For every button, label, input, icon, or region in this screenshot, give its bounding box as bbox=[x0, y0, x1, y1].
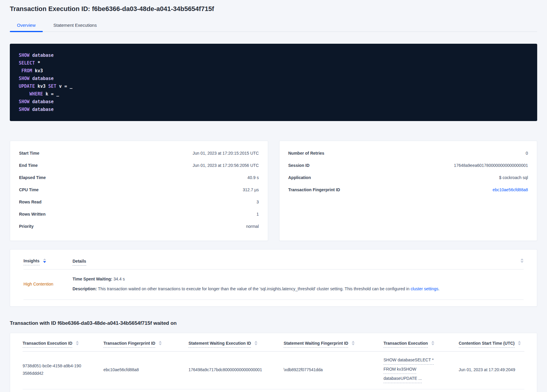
cell-stmt-waiting-fingerprint-id: \xdb8922f077541dda bbox=[284, 366, 383, 374]
description-suffix: . bbox=[438, 286, 440, 291]
sort-arrows-icon[interactable] bbox=[521, 258, 524, 263]
txn-execution-id-value: 9738d051-bc0e-4158-a9b4-1903586ddd42 bbox=[23, 362, 82, 377]
column-header-contention-start-time[interactable]: Contention Start Time (UTC) bbox=[459, 341, 524, 348]
stat-label: Priority bbox=[19, 224, 34, 229]
sort-arrows-icon[interactable] bbox=[431, 341, 434, 345]
sort-desc-icon bbox=[76, 344, 79, 345]
column-header-txn-execution[interactable]: Transaction Execution bbox=[383, 341, 459, 348]
stat-value: 3 bbox=[257, 200, 259, 204]
stat-row-start-time: Start Time Jun 01, 2023 at 17:20:15:2015… bbox=[19, 147, 259, 159]
insights-column-header[interactable]: Insights bbox=[23, 258, 73, 265]
timing-stats-card: Start Time Jun 01, 2023 at 17:20:15:2015… bbox=[10, 141, 268, 241]
stat-row-application: Application $ cockroach sql bbox=[288, 171, 528, 184]
column-header-label[interactable]: Statement Waiting Execution ID bbox=[188, 341, 251, 348]
sort-asc-icon bbox=[518, 341, 521, 343]
column-header-label[interactable]: Transaction Execution bbox=[383, 341, 428, 348]
sort-asc-icon bbox=[431, 341, 434, 343]
waited-on-heading: Transaction with ID f6be6366-da03-48de-a… bbox=[10, 320, 537, 326]
stat-row-rows-written: Rows Written 1 bbox=[19, 208, 259, 220]
sql-code-block: SHOW databaseSELECT * FROM kv3SHOW datab… bbox=[10, 44, 537, 121]
stat-value: normal bbox=[246, 224, 259, 229]
sort-arrows-icon[interactable] bbox=[159, 341, 162, 345]
column-header-label[interactable]: Transaction Execution ID bbox=[23, 341, 72, 348]
stat-label: CPU Time bbox=[19, 187, 39, 192]
stat-label: Elapsed Time bbox=[19, 175, 46, 180]
txn-execution-line[interactable]: databaseUPDATE ... bbox=[383, 375, 422, 383]
stat-value: 0 bbox=[526, 151, 528, 156]
sort-asc-icon bbox=[352, 341, 355, 343]
description-text: This transaction waited on other transac… bbox=[97, 286, 411, 291]
column-header-label[interactable]: Transaction Fingerprint ID bbox=[103, 341, 155, 348]
sort-arrows-icon[interactable] bbox=[254, 341, 257, 345]
column-header-label[interactable]: Statement Waiting Fingerprint ID bbox=[284, 341, 348, 348]
tab-overview[interactable]: Overview bbox=[10, 21, 43, 32]
stat-row-priority: Priority normal bbox=[19, 220, 259, 232]
sort-asc-icon bbox=[521, 258, 524, 260]
waiting-label: Time Spent Waiting: bbox=[73, 277, 112, 281]
stat-label: End Time bbox=[19, 163, 38, 168]
sql-code-line: SHOW database bbox=[19, 98, 528, 106]
sort-desc-icon bbox=[352, 344, 355, 345]
stat-row-session-id: Session ID 17648a9eea6017800000000000000… bbox=[288, 159, 528, 171]
sql-code-line: SHOW database bbox=[19, 75, 528, 82]
stat-label: Start Time bbox=[19, 151, 39, 156]
stats-cards-row: Start Time Jun 01, 2023 at 17:20:15:2015… bbox=[10, 141, 537, 241]
insights-header-label[interactable]: Insights bbox=[23, 258, 40, 265]
sql-code-line: SHOW database bbox=[19, 51, 528, 59]
stat-row-rows-read: Rows Read 3 bbox=[19, 196, 259, 208]
stat-value: 17648a9eea6017800000000000000001 bbox=[454, 163, 528, 168]
cell-txn-execution-statement-link[interactable]: SHOW databaseSELECT * FROM kv3SHOW datab… bbox=[383, 356, 459, 383]
sort-asc-icon bbox=[254, 341, 257, 343]
page-title: Transaction Execution ID: f6be6366-da03-… bbox=[10, 0, 537, 13]
sql-code-line: SHOW database bbox=[19, 106, 528, 113]
sort-arrows-icon[interactable] bbox=[352, 341, 355, 345]
waited-on-card-footer-space bbox=[23, 389, 524, 392]
insight-type-label: High Contention bbox=[23, 282, 73, 286]
insight-details: Time Spent Waiting: 34.4 s Description: … bbox=[73, 276, 439, 292]
stat-row-cpu-time: CPU Time 312.7 µs bbox=[19, 184, 259, 196]
waited-on-table-header: Transaction Execution ID Transaction Fin… bbox=[23, 333, 524, 352]
stat-value: $ cockroach sql bbox=[499, 175, 528, 180]
sort-asc-icon bbox=[43, 258, 46, 260]
insights-table-header: Insights Details bbox=[23, 250, 524, 269]
transaction-details-page: Transaction Execution ID: f6be6366-da03-… bbox=[0, 0, 547, 392]
stat-label: Number of Retries bbox=[288, 151, 324, 156]
txn-execution-line[interactable]: SHOW databaseSELECT * bbox=[383, 356, 434, 365]
sql-code-line: UPDATE kv3 SET v = _ bbox=[19, 82, 528, 90]
sort-arrows-icon[interactable] bbox=[76, 341, 79, 345]
session-stats-card: Number of Retries 0 Session ID 17648a9ee… bbox=[279, 141, 537, 241]
sort-desc-icon bbox=[254, 344, 257, 345]
cell-stmt-waiting-execution-id: 176498a9c717bdc80000000000000001 bbox=[188, 366, 284, 374]
tab-statement-executions[interactable]: Statement Executions bbox=[46, 21, 104, 32]
stat-label: Session ID bbox=[288, 163, 310, 168]
details-column-header[interactable]: Details bbox=[73, 258, 86, 266]
column-header-stmt-waiting-execution-id[interactable]: Statement Waiting Execution ID bbox=[188, 341, 284, 348]
sort-arrows-icon[interactable] bbox=[518, 341, 521, 345]
sort-desc-icon bbox=[521, 261, 524, 263]
cluster-settings-link[interactable]: cluster settings bbox=[411, 286, 438, 291]
stat-row-txn-fingerprint-id: Transaction Fingerprint ID ebc10ae56cfd8… bbox=[288, 184, 528, 196]
description-line: Description: This transaction waited on … bbox=[73, 286, 439, 292]
transaction-fingerprint-link[interactable]: ebc10ae56cfd88a8 bbox=[493, 187, 528, 192]
stat-row-elapsed-time: Elapsed Time 40.9 s bbox=[19, 171, 259, 184]
sort-desc-icon bbox=[43, 261, 46, 263]
column-header-stmt-waiting-fingerprint-id[interactable]: Statement Waiting Fingerprint ID bbox=[284, 341, 383, 348]
stat-value: Jun 01, 2023 at 17:20:56:2056 UTC bbox=[193, 163, 259, 168]
stat-label: Transaction Fingerprint ID bbox=[288, 187, 340, 192]
details-header-label[interactable]: Details bbox=[73, 259, 86, 266]
table-row: 9738d051-bc0e-4158-a9b4-1903586ddd42 ebc… bbox=[23, 352, 524, 389]
sort-desc-icon bbox=[159, 344, 162, 345]
txn-execution-line[interactable]: FROM kv3SHOW bbox=[383, 366, 416, 374]
stat-label: Rows Written bbox=[19, 212, 45, 217]
sort-desc-icon bbox=[518, 344, 521, 345]
insights-card-footer-space bbox=[23, 300, 524, 306]
column-header-label[interactable]: Contention Start Time (UTC) bbox=[459, 341, 515, 348]
sort-arrows-icon[interactable] bbox=[43, 258, 46, 263]
column-header-txn-fingerprint-id[interactable]: Transaction Fingerprint ID bbox=[103, 341, 188, 348]
stat-label: Rows Read bbox=[19, 200, 41, 204]
cell-txn-execution-id: 9738d051-bc0e-4158-a9b4-1903586ddd42 bbox=[23, 362, 103, 377]
stat-row-end-time: End Time Jun 01, 2023 at 17:20:56:2056 U… bbox=[19, 159, 259, 171]
stat-row-retries: Number of Retries 0 bbox=[288, 147, 528, 159]
column-header-txn-execution-id[interactable]: Transaction Execution ID bbox=[23, 341, 103, 348]
sort-asc-icon bbox=[76, 341, 79, 343]
